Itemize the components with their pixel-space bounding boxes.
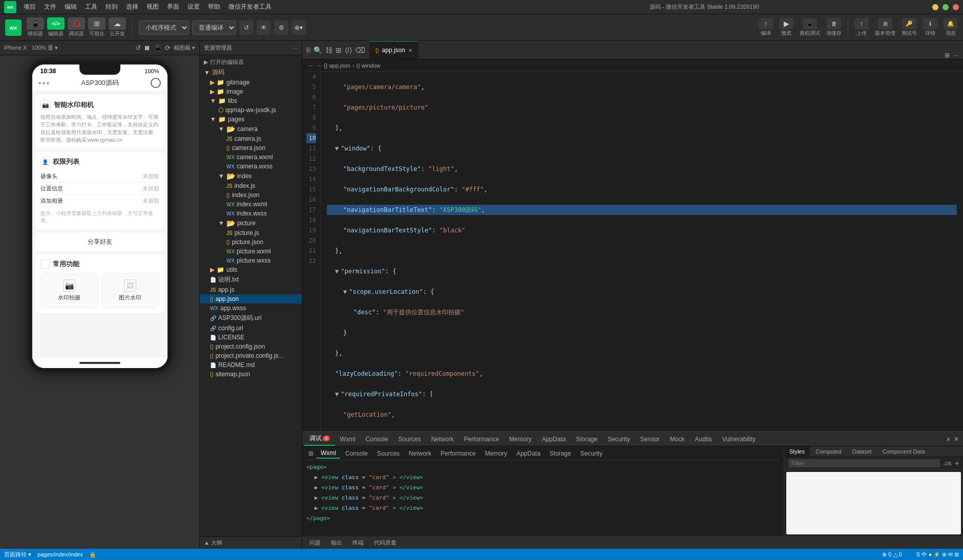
menu-tools[interactable]: 工具 <box>82 2 100 12</box>
version-mgr-button[interactable]: ⊞ 版本管理 <box>875 18 895 37</box>
preview-button[interactable]: ▶ 预览 <box>779 18 793 37</box>
file-item-config-url[interactable]: 🔗 config.url <box>200 324 302 333</box>
debug-sub-network[interactable]: Network <box>405 449 435 458</box>
debug-collapse-icon[interactable]: ∧ <box>946 436 951 443</box>
phone-refresh-icon[interactable]: ↺ <box>135 44 141 52</box>
file-item-index-json[interactable]: {} index.json <box>200 190 302 200</box>
file-item-gitimage[interactable]: ▶ 📁 gitimage <box>200 78 302 87</box>
editor-tool-format[interactable]: ⟨/⟩ <box>345 46 352 54</box>
debug-sub-appdata[interactable]: AppData <box>512 449 545 458</box>
debug-sub-storage[interactable]: Storage <box>546 449 575 458</box>
menu-goto[interactable]: 转到 <box>102 2 121 12</box>
file-item-image[interactable]: ▶ 📁 image <box>200 87 302 96</box>
wxml-card-1[interactable]: ▶ <view class = "card" > </view> <box>306 472 780 483</box>
editor-tool-search[interactable]: 🔍 <box>313 46 322 54</box>
win-maximize[interactable] <box>943 4 949 10</box>
debug-tab-memory[interactable]: Memory <box>504 434 536 445</box>
file-item-index-js[interactable]: JS index.js <box>200 181 302 190</box>
phone-device-label[interactable]: iPhone X 100% 显 ▾ <box>4 44 58 52</box>
upload-button[interactable]: ↑ 上传 <box>854 18 869 37</box>
debug-tab-appdata[interactable]: AppData <box>537 434 571 445</box>
menu-help[interactable]: 帮助 <box>205 2 223 12</box>
file-item-picture-json[interactable]: {} picture.json <box>200 238 302 247</box>
file-item-utils[interactable]: ▶ 📁 utils <box>200 265 302 274</box>
editor-group[interactable]: </> 编辑器 <box>47 17 65 37</box>
file-item-picture-wxml[interactable]: WX picture.wxml <box>200 247 302 256</box>
phone-rotate-icon[interactable]: ⟳ <box>165 44 171 52</box>
mode-select[interactable]: 小程序模式 <box>139 20 189 35</box>
file-item-app-wxss[interactable]: WX app.wxss <box>200 304 302 313</box>
win-close[interactable] <box>953 4 959 10</box>
editor-tool-copy[interactable]: ⎘ <box>306 46 310 54</box>
file-item-app-js[interactable]: JS app.js <box>200 285 302 294</box>
debug-tab-icon[interactable]: ⊞ <box>306 449 316 458</box>
menu-select[interactable]: 选择 <box>123 2 141 12</box>
settings-button[interactable]: ⚙ <box>274 20 288 35</box>
refresh-button[interactable]: ↺ <box>239 20 254 35</box>
file-item-picture-wxss[interactable]: WX picture.wxss <box>200 256 302 265</box>
debug-sub-security[interactable]: Security <box>576 449 606 458</box>
file-item-app-json[interactable]: {} app.json <box>200 294 302 304</box>
file-item-readme-md[interactable]: 📄 README.md <box>200 360 302 370</box>
more-button[interactable]: ⊕▾ <box>291 20 306 35</box>
add-rule-icon[interactable]: + <box>955 459 959 467</box>
styles-tab-computed[interactable]: Computed <box>810 446 847 457</box>
file-outline-toggle[interactable]: ▲ 大纲 <box>200 536 302 549</box>
editor-tool-link[interactable]: ⛓ <box>325 46 332 54</box>
phone-stop-icon[interactable]: ⏹ <box>144 44 151 52</box>
file-item-camera-wxml[interactable]: WX camera.wxml <box>200 153 302 162</box>
menu-devtools[interactable]: 微信开发者工具 <box>225 2 275 12</box>
wxml-card-4[interactable]: ▶ <view class = "card" > </view> <box>306 503 780 513</box>
styles-filter-input[interactable] <box>788 459 940 467</box>
panel-tab-terminal[interactable]: 终端 <box>347 538 369 548</box>
func-btn-watermark-photo[interactable]: 📷 水印拍摄 <box>40 273 98 308</box>
file-item-qqmap[interactable]: ⬡ qqmap-wx-jssdk.js <box>200 105 302 115</box>
file-item-index-folder[interactable]: ▼ 📂 index <box>200 171 302 181</box>
debug-tab-console2[interactable]: Console <box>361 434 393 445</box>
code-editor[interactable]: 4 5 6 7 8 9 10 11 12 13 14 15 16 17 <box>302 72 963 431</box>
wxml-card-3[interactable]: ▶ <view class = "card" > </view> <box>306 493 780 503</box>
menu-edit[interactable]: 编辑 <box>61 2 80 12</box>
file-item-sitemap[interactable]: {} sitemap.json <box>200 370 302 379</box>
file-item-libs[interactable]: ▼ 📁 libs <box>200 96 302 105</box>
file-item-camera-folder[interactable]: ▼ 📂 camera <box>200 124 302 134</box>
debug-tab-performance[interactable]: Performance <box>459 434 505 445</box>
menu-project[interactable]: 项目 <box>20 2 39 12</box>
editor-tab-close-icon[interactable]: ✕ <box>408 48 412 53</box>
panel-tab-problems[interactable]: 问题 <box>304 538 326 548</box>
styles-tab-dataset[interactable]: Dataset <box>847 446 877 457</box>
compile-button[interactable]: ↑ 编译 <box>759 18 773 37</box>
test-num-button[interactable]: 🔑 测试号 <box>902 18 917 37</box>
editor-more-icon[interactable]: ··· <box>954 52 959 59</box>
debug-tab-wxml[interactable]: Wxml <box>335 434 361 445</box>
styles-tab-styles[interactable]: Styles <box>784 446 810 457</box>
editor-tab-app-json[interactable]: {} app.json ✕ <box>369 41 418 59</box>
debug-sub-memory[interactable]: Memory <box>481 449 511 458</box>
file-item-picture-folder[interactable]: ▼ 📂 picture <box>200 218 302 228</box>
file-item-index-wxss[interactable]: WX index.wxss <box>200 209 302 218</box>
editor-split-icon[interactable]: ⊞ <box>945 52 950 59</box>
debug-tab-storage[interactable]: Storage <box>571 434 602 445</box>
menu-file[interactable]: 文件 <box>41 2 59 12</box>
panel-tab-code-quality[interactable]: 代码质量 <box>369 538 402 548</box>
clear-cache-button[interactable]: 🗑 清缓存 <box>826 18 842 37</box>
debug-tab-console[interactable]: 调试 4 <box>304 432 335 446</box>
debug-tab-mock[interactable]: Mock <box>665 434 690 445</box>
simulator-group[interactable]: 📱 模拟器 <box>27 17 44 37</box>
breadcrumb-file[interactable]: {} app.json <box>324 62 350 69</box>
debug-tab-security[interactable]: Security <box>602 434 635 445</box>
breadcrumb-section[interactable]: () window <box>357 62 381 69</box>
win-minimize[interactable] <box>932 4 938 10</box>
cloud-group[interactable]: ☁ 云开发 <box>109 17 126 37</box>
phone-device-icon[interactable]: 📱 <box>154 44 162 52</box>
panel-tab-output[interactable]: 输出 <box>326 538 347 548</box>
screenshot-button[interactable]: 截图截 ▾ <box>174 44 195 52</box>
visualize-group[interactable]: ⊞ 可视化 <box>88 17 106 37</box>
file-explorer-more[interactable]: ··· <box>293 45 298 51</box>
file-item-camera-wxss[interactable]: WX camera.wxss <box>200 162 302 171</box>
debug-tab-audits[interactable]: Audits <box>689 434 717 445</box>
debug-sub-sources[interactable]: Sources <box>373 449 404 458</box>
phone-share-btn[interactable]: 分享好友 <box>35 232 164 251</box>
debug-sub-console[interactable]: Console <box>341 449 372 458</box>
editor-tool-eraser[interactable]: ⌫ <box>355 46 365 54</box>
